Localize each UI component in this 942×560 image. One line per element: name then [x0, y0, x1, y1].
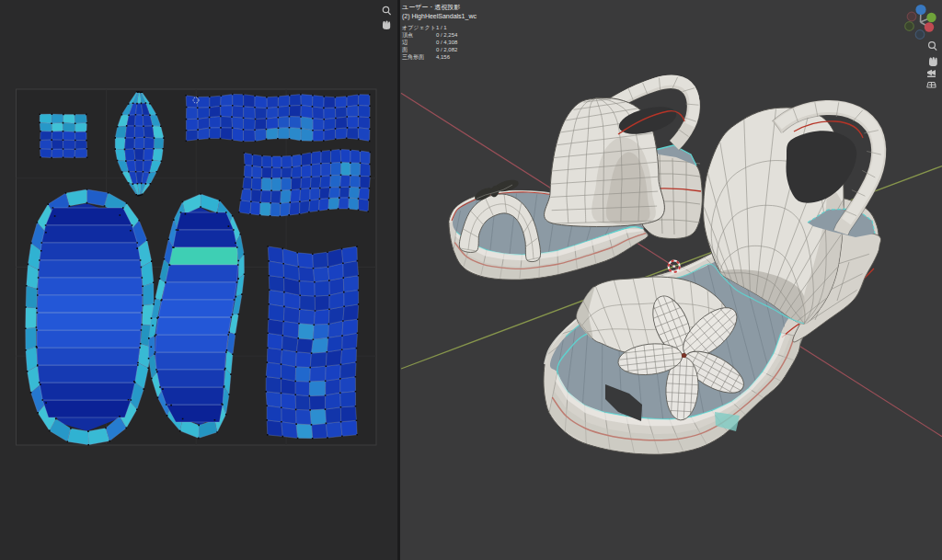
svg-text:三角形面: 三角形面: [402, 53, 424, 61]
svg-text:面: 面: [402, 46, 408, 53]
svg-text:0 / 4,308: 0 / 4,308: [436, 40, 458, 45]
svg-text:頂点: 頂点: [402, 32, 413, 39]
svg-text:1 / 1: 1 / 1: [436, 25, 447, 30]
svg-text:辺: 辺: [402, 39, 408, 45]
svg-text:0 / 2,254: 0 / 2,254: [436, 32, 458, 38]
svg-text:0 / 2,082: 0 / 2,082: [436, 47, 458, 52]
svg-text:オブジェクト: オブジェクト: [402, 24, 436, 31]
svg-text:(2) HighHeelSandals1_wc: (2) HighHeelSandals1_wc: [402, 13, 477, 20]
svg-text:ユーザー・透視投影: ユーザー・透視投影: [402, 4, 460, 11]
svg-text:4,156: 4,156: [436, 54, 451, 60]
